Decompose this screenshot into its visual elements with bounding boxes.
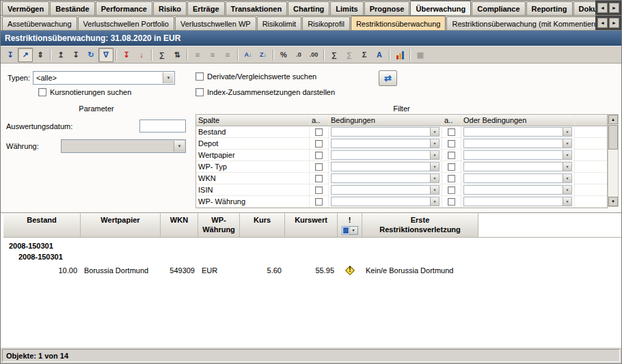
percent-icon[interactable]: % — [276, 48, 291, 62]
main-tab-compliance[interactable]: Compliance — [472, 1, 525, 15]
column-header-wertpapier[interactable]: Wertpapier — [81, 213, 161, 237]
main-tabs-scroll-right-button[interactable]: ► — [609, 3, 619, 13]
and-checkbox[interactable] — [448, 152, 455, 159]
scroll-up-button[interactable]: ▲ — [608, 115, 618, 124]
main-tab-prognose[interactable]: Prognose — [364, 1, 410, 15]
main-tabs-scroll-left-button[interactable]: ◄ — [597, 3, 608, 13]
column-header-bestand[interactable]: Bestand — [3, 213, 81, 237]
bedingung-select[interactable]: ▼ — [331, 185, 440, 195]
sum-column-icon[interactable]: ∑ — [154, 48, 170, 62]
and-checkbox[interactable] — [448, 198, 455, 206]
main-tab-limits[interactable]: Limits — [330, 1, 363, 15]
sub-tab-risikoprofil[interactable]: Risikoprofil — [302, 16, 350, 30]
oder-bedingung-select[interactable]: ▼ — [463, 150, 572, 160]
main-tab-transaktionen[interactable]: Transaktionen — [226, 1, 288, 15]
table-row[interactable]: 10.00Borussia Dortmund549309EUR5.6055.95… — [3, 262, 621, 279]
expand-levels-icon[interactable]: ⇕ — [33, 48, 48, 62]
and-checkbox[interactable] — [315, 175, 323, 182]
and-checkbox[interactable] — [448, 128, 455, 136]
grand-total-icon[interactable]: ∑ — [342, 48, 357, 62]
sort-updown-icon[interactable]: ⇅ — [170, 48, 185, 62]
column-header-verletzung[interactable]: Erste Restriktionsverletzung — [362, 213, 478, 237]
first-violation-icon[interactable]: ↧ — [119, 48, 134, 62]
scrollbar-thumb[interactable] — [608, 125, 618, 150]
bedingung-select[interactable]: ▼ — [331, 139, 440, 148]
and-checkbox[interactable] — [315, 140, 323, 148]
subtotal-icon[interactable]: ∑ — [327, 48, 342, 62]
main-tab-vermögen[interactable]: Vermögen — [2, 1, 49, 15]
sub-tab-restriktionsüberwachung[interactable]: Restriktionsüberwachung — [351, 16, 446, 30]
column-header-wp_waehrung[interactable]: WP- Währung — [198, 213, 240, 237]
bedingung-select[interactable]: ▼ — [331, 127, 440, 137]
bedingung-select[interactable]: ▼ — [331, 150, 440, 160]
sort-az-icon[interactable]: A↓ — [241, 48, 256, 62]
decimal-increase-icon[interactable]: .0 — [291, 48, 306, 62]
oder-bedingung-select[interactable]: ▼ — [463, 185, 572, 195]
auswertungsdatum-input[interactable] — [139, 120, 186, 132]
derivate-checkbox[interactable]: Derivate/Vergleichswerte suchen — [195, 72, 316, 81]
oder-bedingung-select[interactable]: ▼ — [463, 162, 572, 171]
column-header-warn[interactable]: !▼ — [338, 213, 362, 237]
outline-level-2-icon[interactable]: ≡ — [205, 48, 220, 62]
and-checkbox[interactable] — [315, 128, 323, 136]
sub-tab-restriktionsüberwachung-mit-kommentierung[interactable]: Restriktionsüberwachung (mit Kommentieru… — [446, 16, 595, 30]
and-checkbox-cell — [310, 126, 329, 137]
scroll-down-button[interactable]: ▼ — [608, 197, 618, 206]
main-tab-charting[interactable]: Charting — [288, 1, 329, 15]
main-tab-dokumen[interactable]: Dokumen — [573, 1, 595, 15]
waehrung-select[interactable]: ▼ — [61, 139, 186, 153]
column-header-kurs[interactable]: Kurs — [240, 213, 285, 237]
typen-select[interactable]: <alle> ▼ — [33, 71, 175, 85]
main-tab-erträge[interactable]: Erträge — [187, 1, 225, 15]
and-checkbox[interactable] — [448, 186, 455, 194]
and-checkbox[interactable] — [448, 175, 455, 182]
filter-funnel-icon[interactable]: ∇ — [98, 48, 113, 62]
main-tab-reporting[interactable]: Reporting — [526, 1, 573, 15]
oder-bedingung-select[interactable]: ▼ — [463, 139, 572, 148]
sub-tab-verlustschwellen-wp[interactable]: Verlustschwellen WP — [175, 16, 256, 30]
column-header-wkn[interactable]: WKN — [161, 213, 198, 237]
and-checkbox[interactable] — [315, 186, 323, 194]
import-icon[interactable]: ↧ — [3, 48, 18, 62]
chart-bars-icon[interactable] — [392, 48, 407, 62]
and-checkbox[interactable] — [315, 152, 323, 159]
oder-bedingung-select[interactable]: ▼ — [463, 127, 572, 137]
oder-bedingung-select[interactable]: ▼ — [463, 197, 572, 206]
group-row-depot[interactable]: 2008-150301 — [3, 251, 621, 262]
refresh-icon[interactable]: ↻ — [83, 48, 98, 62]
main-tab-performance[interactable]: Performance — [96, 1, 152, 15]
group-row-portfolio[interactable]: 2008-150301 — [3, 240, 621, 251]
sigma-icon[interactable]: Σ — [357, 48, 372, 62]
main-tab-risiko[interactable]: Risiko — [153, 1, 187, 15]
kursnotierungen-checkbox[interactable]: Kursnotierungen suchen — [38, 88, 131, 96]
bedingung-select[interactable]: ▼ — [331, 162, 440, 171]
main-tab-überwachung[interactable]: Überwachung — [410, 1, 471, 15]
decimal-decrease-icon[interactable]: .00 — [306, 48, 321, 62]
collapse-branch-icon[interactable]: ↥ — [53, 48, 68, 62]
expand-branch-icon[interactable]: ↧ — [68, 48, 83, 62]
refresh-search-button[interactable]: ⇄ — [379, 70, 397, 86]
index-zusammensetzungen-checkbox[interactable]: Index-Zusammensetzungen darstellen — [195, 88, 335, 96]
sub-tabs-scroll-left-button[interactable]: ◄ — [597, 18, 608, 28]
sort-za-icon[interactable]: Z↓ — [256, 48, 271, 62]
sub-tab-risikolimit[interactable]: Risikolimit — [257, 16, 302, 30]
bedingung-select[interactable]: ▼ — [331, 197, 440, 206]
column-header-kurswert[interactable]: Kurswert — [285, 213, 338, 237]
and-checkbox[interactable] — [448, 140, 455, 148]
outline-level-1-icon[interactable]: ≡ — [190, 48, 205, 62]
sub-tab-verlustschwellen-portfolio[interactable]: Verlustschwellen Portfolio — [78, 16, 174, 30]
oder-bedingung-select[interactable]: ▼ — [463, 173, 572, 183]
and-checkbox[interactable] — [448, 163, 455, 171]
chart-trend-icon[interactable]: ↗ — [18, 48, 33, 62]
violation-filter-dropdown[interactable]: ▼ — [342, 226, 358, 235]
and-checkbox[interactable] — [315, 163, 323, 171]
main-tab-bestände[interactable]: Bestände — [50, 1, 95, 15]
font-icon[interactable]: A — [372, 48, 387, 62]
filter-grid-scrollbar[interactable]: ▲ ▼ — [608, 114, 619, 207]
next-violation-icon[interactable]: ↓ — [134, 48, 149, 62]
outline-level-3-icon[interactable]: ≡ — [220, 48, 235, 62]
bedingung-select[interactable]: ▼ — [331, 173, 440, 183]
and-checkbox[interactable] — [315, 198, 323, 206]
sub-tabs-scroll-right-button[interactable]: ► — [609, 18, 619, 28]
sub-tab-assetüberwachung[interactable]: Assetüberwachung — [2, 16, 77, 30]
